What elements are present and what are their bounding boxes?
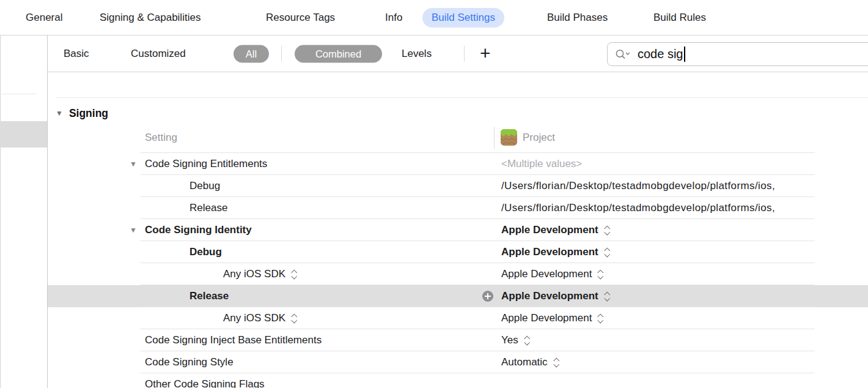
table-row[interactable]: Debug /Users/florian/Desktop/testadmobgd… <box>48 175 868 197</box>
setting-label: Release <box>189 290 229 302</box>
xcode-build-settings-pane: General Signing & Capabilities Resource … <box>0 0 868 388</box>
setting-value[interactable]: Apple Development <box>501 224 611 236</box>
setting-label: Code Signing Entitlements <box>145 158 267 170</box>
setting-value[interactable]: Automatic <box>501 356 561 368</box>
toolbar-divider <box>464 46 465 62</box>
project-icon <box>501 129 517 146</box>
table-row[interactable]: Other Code Signing Flags <box>48 373 868 388</box>
stepper-icon[interactable] <box>597 313 605 324</box>
view-levels-button[interactable]: Levels <box>402 48 432 60</box>
navigator-sidebar-sliver <box>0 35 48 388</box>
stepper-icon[interactable] <box>603 247 611 258</box>
setting-value[interactable]: Apple Development <box>501 268 605 280</box>
tab-build-settings[interactable]: Build Settings <box>422 8 504 28</box>
stepper-icon[interactable] <box>553 357 561 368</box>
section-header-signing: ▼ Signing <box>56 106 108 121</box>
table-column-header: Setting Project <box>48 125 868 150</box>
table-row[interactable]: ▼ Code Signing Entitlements <Multiple va… <box>48 153 868 175</box>
tab-signing-capabilities[interactable]: Signing & Capabilities <box>100 12 200 24</box>
table-row[interactable]: Code Signing Style Automatic <box>48 351 868 373</box>
setting-label: Other Code Signing Flags <box>145 378 265 388</box>
stepper-icon[interactable] <box>597 269 605 280</box>
setting-label: Any iOS SDK <box>223 312 298 324</box>
setting-value[interactable]: Yes <box>501 334 531 346</box>
setting-label: Debug <box>189 180 220 192</box>
table-row[interactable]: Any iOS SDK Apple Development <box>48 307 868 329</box>
value-text: Apple Development <box>501 290 598 302</box>
table-row[interactable]: Debug Apple Development <box>48 241 868 263</box>
setting-label: Debug <box>189 246 222 258</box>
content-divider <box>56 97 868 98</box>
value-text: Apple Development <box>501 312 592 324</box>
tab-build-phases[interactable]: Build Phases <box>547 12 608 24</box>
search-input-value[interactable]: code sig <box>638 47 683 61</box>
value-text: Automatic <box>501 356 548 368</box>
setting-value[interactable]: /Users/florian/Desktop/testadmobgdevelop… <box>501 202 775 214</box>
sidebar-selected-row[interactable] <box>0 121 47 147</box>
column-setting-label: Setting <box>145 132 177 144</box>
disclosure-triangle-icon[interactable]: ▼ <box>130 226 137 234</box>
build-settings-filter-bar: Basic Customized All Combined Levels + c… <box>48 35 868 72</box>
setting-label: Code Signing Identity <box>145 224 252 236</box>
value-text: Apple Development <box>501 246 598 258</box>
tab-resource-tags[interactable]: Resource Tags <box>266 12 335 24</box>
tab-info[interactable]: Info <box>385 12 402 24</box>
search-field[interactable]: code sig <box>607 42 868 66</box>
toolbar-divider <box>281 46 282 62</box>
label-text: Any iOS SDK <box>223 268 285 280</box>
text-cursor <box>684 47 685 62</box>
table-row[interactable]: Any iOS SDK Apple Development <box>48 263 868 285</box>
column-divider <box>494 127 495 149</box>
pane-left-edge <box>0 35 1 388</box>
tab-general[interactable]: General <box>26 12 62 24</box>
setting-label: Release <box>189 202 227 214</box>
label-text: Any iOS SDK <box>223 312 285 324</box>
setting-value[interactable]: /Users/florian/Desktop/testadmobgdevelop… <box>501 180 775 192</box>
target-tab-bar: General Signing & Capabilities Resource … <box>0 0 868 35</box>
setting-label: Any iOS SDK <box>223 268 298 280</box>
stepper-icon[interactable] <box>290 313 298 324</box>
stepper-icon[interactable] <box>290 269 298 280</box>
setting-label: Code Signing Style <box>145 356 234 368</box>
filter-all-button[interactable]: All <box>234 45 269 62</box>
column-project-label: Project <box>523 132 555 144</box>
settings-table: ▼ Code Signing Entitlements <Multiple va… <box>48 153 868 388</box>
tab-build-rules[interactable]: Build Rules <box>653 12 706 24</box>
search-icon[interactable] <box>615 48 632 61</box>
disclosure-triangle-icon[interactable]: ▼ <box>56 109 63 118</box>
section-title: Signing <box>69 107 108 120</box>
value-text: Apple Development <box>501 224 598 236</box>
table-row[interactable]: Code Signing Inject Base Entitlements Ye… <box>48 329 868 351</box>
view-combined-button[interactable]: Combined <box>295 45 382 62</box>
stepper-icon[interactable] <box>523 335 531 346</box>
table-row[interactable]: Release /Users/florian/Desktop/testadmob… <box>48 197 868 219</box>
setting-value[interactable]: Apple Development <box>501 290 611 302</box>
sidebar-divider <box>0 94 37 94</box>
setting-value[interactable]: <Multiple values> <box>501 158 582 170</box>
setting-value[interactable]: Apple Development <box>501 312 605 324</box>
disclosure-triangle-icon[interactable]: ▼ <box>130 160 137 168</box>
filter-basic-button[interactable]: Basic <box>64 48 89 60</box>
stepper-icon[interactable] <box>603 225 611 236</box>
add-setting-button[interactable]: + <box>480 43 491 64</box>
value-text: Apple Development <box>501 268 592 280</box>
filter-customized-button[interactable]: Customized <box>131 48 186 60</box>
table-row[interactable]: ▼ Code Signing Identity Apple Developmen… <box>48 219 868 241</box>
stepper-icon[interactable] <box>603 291 611 302</box>
setting-value[interactable]: Apple Development <box>501 246 611 258</box>
add-value-icon[interactable] <box>482 291 493 302</box>
value-text: Yes <box>501 334 518 346</box>
setting-label: Code Signing Inject Base Entitlements <box>145 334 322 346</box>
table-row-selected[interactable]: Release Apple Development <box>48 285 868 307</box>
